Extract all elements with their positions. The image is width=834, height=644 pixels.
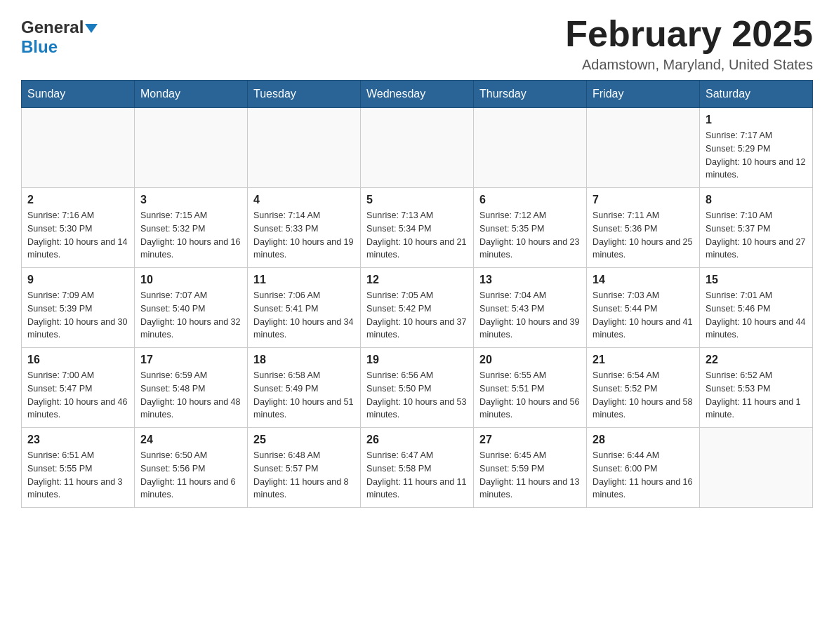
day-number: 13 — [479, 274, 581, 286]
day-number: 6 — [479, 194, 581, 206]
day-number: 19 — [366, 354, 468, 366]
day-number: 15 — [706, 274, 807, 286]
day-number: 11 — [253, 274, 355, 286]
weekday-header-sunday: Sunday — [22, 81, 135, 108]
day-info: Sunrise: 6:45 AMSunset: 5:59 PMDaylight:… — [479, 449, 581, 502]
calendar-week-4: 16Sunrise: 7:00 AMSunset: 5:47 PMDayligh… — [22, 348, 813, 428]
calendar-day: 25Sunrise: 6:48 AMSunset: 5:57 PMDayligh… — [248, 428, 361, 508]
calendar-day: 22Sunrise: 6:52 AMSunset: 5:53 PMDayligh… — [700, 348, 813, 428]
page-header: General Blue February 2025 Adamstown, Ma… — [21, 14, 813, 73]
day-number: 26 — [366, 434, 468, 446]
weekday-header-tuesday: Tuesday — [248, 81, 361, 108]
day-info: Sunrise: 6:56 AMSunset: 5:50 PMDaylight:… — [366, 369, 468, 422]
calendar-day: 4Sunrise: 7:14 AMSunset: 5:33 PMDaylight… — [248, 188, 361, 268]
day-info: Sunrise: 6:55 AMSunset: 5:51 PMDaylight:… — [479, 369, 581, 422]
day-number: 3 — [140, 194, 241, 206]
calendar-day: 9Sunrise: 7:09 AMSunset: 5:39 PMDaylight… — [22, 268, 135, 348]
calendar-day — [248, 108, 361, 188]
day-info: Sunrise: 6:54 AMSunset: 5:52 PMDaylight:… — [593, 369, 694, 422]
day-info: Sunrise: 6:48 AMSunset: 5:57 PMDaylight:… — [253, 449, 355, 502]
calendar-week-3: 9Sunrise: 7:09 AMSunset: 5:39 PMDaylight… — [22, 268, 813, 348]
calendar-day: 27Sunrise: 6:45 AMSunset: 5:59 PMDayligh… — [474, 428, 587, 508]
calendar-body: 1Sunrise: 7:17 AMSunset: 5:29 PMDaylight… — [22, 108, 813, 508]
location-subtitle: Adamstown, Maryland, United States — [565, 57, 813, 73]
day-number: 23 — [27, 434, 128, 446]
day-info: Sunrise: 6:52 AMSunset: 5:53 PMDaylight:… — [706, 369, 807, 422]
calendar-week-2: 2Sunrise: 7:16 AMSunset: 5:30 PMDaylight… — [22, 188, 813, 268]
calendar-week-1: 1Sunrise: 7:17 AMSunset: 5:29 PMDaylight… — [22, 108, 813, 188]
day-info: Sunrise: 7:03 AMSunset: 5:44 PMDaylight:… — [593, 289, 694, 342]
calendar-day: 12Sunrise: 7:05 AMSunset: 5:42 PMDayligh… — [361, 268, 474, 348]
day-number: 25 — [253, 434, 355, 446]
calendar-day: 24Sunrise: 6:50 AMSunset: 5:56 PMDayligh… — [135, 428, 248, 508]
title-section: February 2025 Adamstown, Maryland, Unite… — [565, 14, 813, 73]
calendar-day: 20Sunrise: 6:55 AMSunset: 5:51 PMDayligh… — [474, 348, 587, 428]
day-info: Sunrise: 6:47 AMSunset: 5:58 PMDaylight:… — [366, 449, 468, 502]
calendar-day: 23Sunrise: 6:51 AMSunset: 5:55 PMDayligh… — [22, 428, 135, 508]
day-info: Sunrise: 7:11 AMSunset: 5:36 PMDaylight:… — [593, 209, 694, 262]
calendar-day: 11Sunrise: 7:06 AMSunset: 5:41 PMDayligh… — [248, 268, 361, 348]
calendar-day: 13Sunrise: 7:04 AMSunset: 5:43 PMDayligh… — [474, 268, 587, 348]
calendar-day: 17Sunrise: 6:59 AMSunset: 5:48 PMDayligh… — [135, 348, 248, 428]
calendar-day: 19Sunrise: 6:56 AMSunset: 5:50 PMDayligh… — [361, 348, 474, 428]
weekday-header-wednesday: Wednesday — [361, 81, 474, 108]
day-number: 4 — [253, 194, 355, 206]
day-info: Sunrise: 7:09 AMSunset: 5:39 PMDaylight:… — [27, 289, 128, 342]
day-number: 28 — [593, 434, 694, 446]
calendar-week-5: 23Sunrise: 6:51 AMSunset: 5:55 PMDayligh… — [22, 428, 813, 508]
day-number: 8 — [706, 194, 807, 206]
calendar-table: SundayMondayTuesdayWednesdayThursdayFrid… — [21, 80, 813, 508]
logo-blue-text: Blue — [21, 37, 58, 57]
day-info: Sunrise: 7:13 AMSunset: 5:34 PMDaylight:… — [366, 209, 468, 262]
logo: General Blue — [21, 14, 98, 57]
calendar-day: 7Sunrise: 7:11 AMSunset: 5:36 PMDaylight… — [587, 188, 700, 268]
day-info: Sunrise: 7:05 AMSunset: 5:42 PMDaylight:… — [366, 289, 468, 342]
day-number: 18 — [253, 354, 355, 366]
month-title: February 2025 — [565, 14, 813, 54]
day-info: Sunrise: 7:17 AMSunset: 5:29 PMDaylight:… — [706, 129, 807, 182]
day-info: Sunrise: 7:15 AMSunset: 5:32 PMDaylight:… — [140, 209, 241, 262]
day-info: Sunrise: 7:10 AMSunset: 5:37 PMDaylight:… — [706, 209, 807, 262]
day-info: Sunrise: 7:06 AMSunset: 5:41 PMDaylight:… — [253, 289, 355, 342]
calendar-day: 14Sunrise: 7:03 AMSunset: 5:44 PMDayligh… — [587, 268, 700, 348]
calendar-day: 16Sunrise: 7:00 AMSunset: 5:47 PMDayligh… — [22, 348, 135, 428]
day-number: 10 — [140, 274, 241, 286]
calendar-day: 5Sunrise: 7:13 AMSunset: 5:34 PMDaylight… — [361, 188, 474, 268]
day-number: 22 — [706, 354, 807, 366]
calendar-day — [361, 108, 474, 188]
day-number: 16 — [27, 354, 128, 366]
day-number: 27 — [479, 434, 581, 446]
weekday-header-monday: Monday — [135, 81, 248, 108]
calendar-day: 6Sunrise: 7:12 AMSunset: 5:35 PMDaylight… — [474, 188, 587, 268]
day-info: Sunrise: 7:14 AMSunset: 5:33 PMDaylight:… — [253, 209, 355, 262]
day-info: Sunrise: 6:50 AMSunset: 5:56 PMDaylight:… — [140, 449, 241, 502]
weekday-header-friday: Friday — [587, 81, 700, 108]
day-info: Sunrise: 7:07 AMSunset: 5:40 PMDaylight:… — [140, 289, 241, 342]
calendar-header: SundayMondayTuesdayWednesdayThursdayFrid… — [22, 81, 813, 108]
day-info: Sunrise: 7:04 AMSunset: 5:43 PMDaylight:… — [479, 289, 581, 342]
calendar-day — [587, 108, 700, 188]
day-number: 1 — [706, 114, 807, 126]
logo-general-text: General — [21, 18, 84, 37]
day-info: Sunrise: 7:01 AMSunset: 5:46 PMDaylight:… — [706, 289, 807, 342]
day-info: Sunrise: 7:16 AMSunset: 5:30 PMDaylight:… — [27, 209, 128, 262]
calendar-day: 10Sunrise: 7:07 AMSunset: 5:40 PMDayligh… — [135, 268, 248, 348]
day-info: Sunrise: 6:44 AMSunset: 6:00 PMDaylight:… — [593, 449, 694, 502]
calendar-day: 21Sunrise: 6:54 AMSunset: 5:52 PMDayligh… — [587, 348, 700, 428]
calendar-day — [474, 108, 587, 188]
calendar-day — [22, 108, 135, 188]
logo-arrow-icon — [85, 24, 98, 33]
day-number: 21 — [593, 354, 694, 366]
weekday-header-saturday: Saturday — [700, 81, 813, 108]
weekday-header-thursday: Thursday — [474, 81, 587, 108]
day-info: Sunrise: 6:59 AMSunset: 5:48 PMDaylight:… — [140, 369, 241, 422]
calendar-day: 1Sunrise: 7:17 AMSunset: 5:29 PMDaylight… — [700, 108, 813, 188]
day-number: 7 — [593, 194, 694, 206]
day-number: 17 — [140, 354, 241, 366]
calendar-day — [135, 108, 248, 188]
day-number: 9 — [27, 274, 128, 286]
calendar-day — [700, 428, 813, 508]
calendar-day: 15Sunrise: 7:01 AMSunset: 5:46 PMDayligh… — [700, 268, 813, 348]
calendar-day: 2Sunrise: 7:16 AMSunset: 5:30 PMDaylight… — [22, 188, 135, 268]
day-number: 24 — [140, 434, 241, 446]
